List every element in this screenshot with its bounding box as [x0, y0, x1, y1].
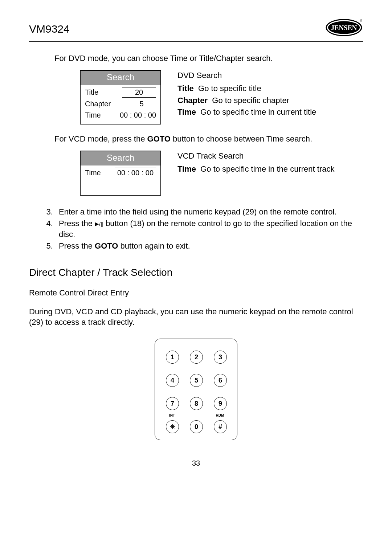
svg-text:JENSEN: JENSEN [331, 24, 357, 32]
section-heading: Direct Chapter / Track Selection [29, 266, 363, 279]
dvd-chapter-label: Chapter [85, 99, 111, 109]
key-3: 3 [214, 351, 227, 364]
dvd-intro-text: For DVD mode, you can choose Time or Tit… [54, 53, 352, 64]
key-rdm-label: RDM [211, 413, 229, 418]
vcd-time-label: Time [85, 168, 101, 178]
key-2: 2 [190, 351, 203, 364]
dvd-title-value: 20 [122, 87, 156, 98]
dvd-panel-body: Title 20 Chapter 5 Time 00 : 00 : 00 [81, 85, 160, 124]
dvd-side-time-line: Time Go to specific time in current titl… [177, 107, 352, 118]
vcd-time-row: Time 00 : 00 : 00 [83, 167, 158, 179]
key-5: 5 [190, 374, 203, 387]
step-5: Press the GOTO button again to exit. [55, 241, 363, 252]
brand-logo: JENSEN ® [325, 18, 363, 40]
key-star: ✳ [166, 420, 179, 433]
vcd-search-panel: Search Time 00 : 00 : 00 [80, 151, 161, 196]
step-4: Press the ▶/|| button (18) on the remote… [55, 218, 363, 240]
vcd-intro-text: For VCD mode, press the GOTO button to c… [54, 134, 352, 144]
vcd-side-time-line: Time Go to specific time in the current … [177, 164, 352, 175]
dvd-title-label: Title [85, 87, 98, 97]
dvd-chapter-value: 5 [127, 99, 156, 109]
dvd-side-title: DVD Search [177, 70, 352, 81]
dvd-time-label: Time [85, 110, 101, 120]
model-number: VM9324 [29, 22, 70, 37]
body-text: During DVD, VCD and CD playback, you can… [29, 306, 363, 328]
key-8: 8 [190, 397, 203, 410]
keypad-figure: 1 2 3 4 5 6 7 8 9 INT ✳ 0 RDM # [29, 339, 363, 440]
steps-list: Enter a time into the field using the nu… [29, 207, 363, 251]
vcd-panel-header: Search [81, 151, 160, 165]
key-9: 9 [214, 397, 227, 410]
vcd-panel-body: Time 00 : 00 : 00 [81, 165, 160, 182]
svg-text:®: ® [360, 19, 362, 23]
sub-heading: Remote Control Direct Entry [29, 287, 363, 298]
key-4: 4 [166, 374, 179, 387]
dvd-search-row: Search Title 20 Chapter 5 Time 00 : 00 :… [54, 70, 352, 124]
key-int-label: INT [163, 413, 181, 418]
dvd-side-chapter-line: Chapter Go to specific chapter [177, 95, 352, 106]
dvd-chapter-row: Chapter 5 [83, 98, 158, 110]
dvd-search-panel: Search Title 20 Chapter 5 Time 00 : 00 :… [80, 70, 161, 124]
dvd-side-title-line: Title Go to specific title [177, 83, 352, 94]
page-header: VM9324 JENSEN ® [29, 18, 363, 42]
vcd-search-row: Search Time 00 : 00 : 00 VCD Track Searc… [54, 151, 352, 196]
key-7: 7 [166, 397, 179, 410]
page-number: 33 [29, 458, 363, 468]
page-content: For DVD mode, you can choose Time or Tit… [29, 53, 363, 196]
step-3: Enter a time into the field using the nu… [55, 207, 363, 217]
dvd-time-value: 00 : 00 : 00 [120, 110, 156, 120]
key-hash: # [214, 420, 227, 433]
dvd-time-row: Time 00 : 00 : 00 [83, 110, 158, 121]
vcd-time-value: 00 : 00 : 00 [115, 168, 156, 178]
vcd-side-text: VCD Track Search Time Go to specific tim… [177, 151, 352, 175]
dvd-title-row: Title 20 [83, 86, 158, 98]
key-6: 6 [214, 374, 227, 387]
key-0: 0 [190, 420, 203, 433]
numeric-keypad: 1 2 3 4 5 6 7 8 9 INT ✳ 0 RDM # [155, 339, 237, 440]
dvd-side-text: DVD Search Title Go to specific title Ch… [177, 70, 352, 119]
play-pause-icon: ▶/|| [95, 221, 103, 227]
dvd-panel-header: Search [81, 71, 160, 85]
vcd-side-title: VCD Track Search [177, 151, 352, 161]
key-1: 1 [166, 351, 179, 364]
